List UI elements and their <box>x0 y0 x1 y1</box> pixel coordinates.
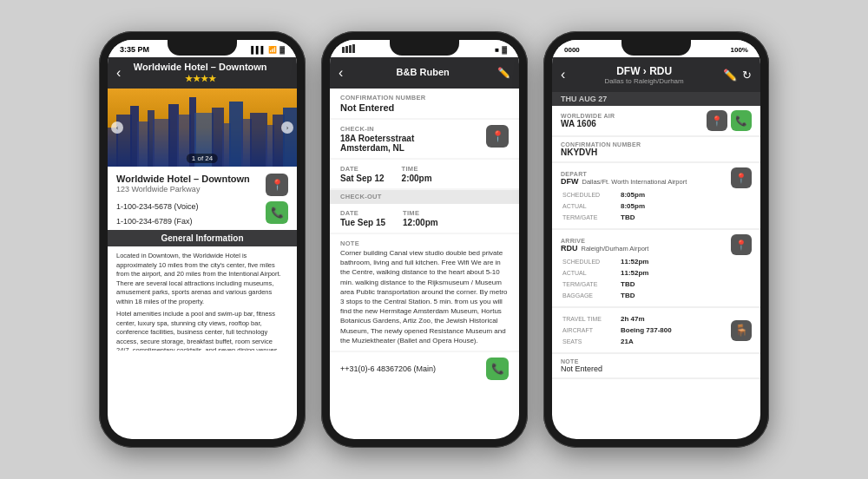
flight-content: THU AUG 27 WORLDWIDE AIR WA 1606 📍 📞 <box>552 92 760 379</box>
wifi-icon-2: ■ <box>495 46 499 54</box>
back-button-2[interactable]: ‹ <box>339 65 343 81</box>
back-button-1[interactable]: ‹ <box>116 65 121 81</box>
phone-bnb: 2:41 PM ■ ▓ ‹ B&B Ruben ✏️ CONFIRMATION … <box>321 31 528 448</box>
nav-title-2: B&B Ruben <box>348 67 497 78</box>
phone-flight: 0000 100% ‹ DFW › RDU Dallas to Raleigh/… <box>543 31 769 448</box>
flight-route: DFW › RDU <box>565 65 723 77</box>
checkout-datetime-section: DATE Tue Sep 15 TIME 12:00pm <box>330 204 519 233</box>
hotel-address: 123 Worldwide Parkway <box>116 185 250 194</box>
hotel-name: Worldwide Hotel – Downtown <box>116 174 250 184</box>
bnb-phone-row: ++31(0)-6 48367206 (Main) 📞 <box>330 352 519 385</box>
status-icons-3: 100% <box>731 46 748 54</box>
depart-details: SCHEDULED 8:05pm ACTUAL 8:05pm TERM/GATE… <box>561 188 752 224</box>
checkout-header: CHECK-OUT <box>330 190 519 204</box>
phone-notch-3 <box>621 40 691 56</box>
flight-note-section: NOTE Not Entered <box>552 354 760 377</box>
bnb-content: CONFIRMATION NUMBER Not Entered CHECK-IN… <box>330 89 519 385</box>
depart-section: DEPART DFW Dallas/Ft. Worth Internationa… <box>552 163 760 228</box>
hotel-voice-phone: 1-100-234-5678 (Voice) <box>116 201 199 213</box>
checkin-datetime-section: DATE Sat Sep 12 TIME 2:00pm <box>330 160 519 188</box>
hotel-description: Located in Downtown, the Worldwide Hotel… <box>108 246 297 351</box>
image-prev-button[interactable]: ‹ <box>111 121 123 134</box>
battery-pct: 100% <box>731 46 748 54</box>
checkin-section: CHECK-IN 18A Roetersstraat Amsterdam, NL… <box>330 120 519 158</box>
travel-icon-button[interactable]: 🪑 <box>731 320 752 341</box>
wifi-icon: 📶 <box>268 46 277 54</box>
svg-rect-19 <box>342 47 345 53</box>
svg-rect-13 <box>229 102 243 167</box>
hotel-image: ‹ › 1 of 24 <box>108 89 297 167</box>
svg-rect-15 <box>250 113 267 167</box>
nav-bar-2: ‹ B&B Ruben ✏️ <box>330 57 519 89</box>
status-icons-1: ▌▌▌ 📶 ▓ <box>251 46 285 54</box>
svg-rect-21 <box>349 45 352 53</box>
status-icons-2: ■ ▓ <box>495 46 507 54</box>
checkin-pin-button[interactable]: 📍 <box>486 125 509 148</box>
flight-date-bar: THU AUG 27 <box>552 92 760 106</box>
airline-pin-button[interactable]: 📍 <box>707 110 727 131</box>
edit-icon-2[interactable]: ✏️ <box>497 67 510 79</box>
edit-icon-3[interactable]: ✏️ <box>723 69 737 82</box>
nav-title-block: DFW › RDU Dallas to Raleigh/Durham <box>565 65 723 85</box>
arrive-pin-button[interactable]: 📍 <box>731 234 752 255</box>
nav-bar-3: ‹ DFW › RDU Dallas to Raleigh/Durham ✏️ … <box>552 57 760 92</box>
nav-actions-3: ✏️ ↻ <box>723 69 752 82</box>
checkin-city: Amsterdam, NL <box>340 143 414 153</box>
battery-icon: ▓ <box>279 46 285 54</box>
svg-rect-22 <box>352 44 355 53</box>
refresh-icon-3[interactable]: ↻ <box>742 69 752 82</box>
hotel-fax-phone: 1-100-234-6789 (Fax) <box>116 216 199 227</box>
signal-icon: ▌▌▌ <box>251 46 266 54</box>
phone-notch-2 <box>390 40 459 56</box>
battery-icon-2: ▓ <box>502 46 507 54</box>
hotel-phones-row: 1-100-234-5678 (Voice) 1-100-234-6789 (F… <box>116 198 288 226</box>
note-section: NOTE Corner building Canal view studio d… <box>330 234 519 351</box>
airline-section: WORLDWIDE AIR WA 1606 📍 📞 <box>552 106 760 135</box>
status-time-1: 3:35 PM <box>120 45 149 54</box>
call-button-1[interactable]: 📞 <box>266 201 288 224</box>
nav-bar-1: ‹ Worldwide Hotel – Downtown ★★★★ <box>108 57 297 89</box>
airline-call-button[interactable]: 📞 <box>731 110 752 131</box>
carrier-3: 0000 <box>564 46 580 54</box>
travel-details: TRAVEL TIME 2h 47m AIRCRAFT Boeing 737-8… <box>561 312 731 348</box>
image-next-button[interactable]: › <box>281 121 293 134</box>
travel-info-section: TRAVEL TIME 2h 47m AIRCRAFT Boeing 737-8… <box>552 308 760 352</box>
carrier-2 <box>342 44 368 55</box>
svg-rect-6 <box>153 119 170 167</box>
svg-rect-20 <box>345 46 348 53</box>
bnb-call-button[interactable]: 📞 <box>486 358 509 380</box>
nav-title-1: Worldwide Hotel – Downtown ★★★★ <box>126 62 274 83</box>
flight-confirmation-section: CONFIRMATION NUMBER NKYDVH <box>552 137 760 161</box>
bnb-phone-number: ++31(0)-6 48367206 (Main) <box>340 364 436 373</box>
confirmation-section: CONFIRMATION NUMBER Not Entered <box>330 89 519 118</box>
hotel-info-section: Worldwide Hotel – Downtown 123 Worldwide… <box>108 167 297 230</box>
phone-hotel: 3:35 PM ▌▌▌ 📶 ▓ ‹ Worldwide Hotel – Down… <box>99 31 306 448</box>
image-counter: 1 of 24 <box>187 154 218 163</box>
arrive-details: SCHEDULED 11:52pm ACTUAL 11:52pm TERM/GA… <box>561 255 752 302</box>
svg-rect-4 <box>137 121 149 167</box>
phone-notch <box>168 40 237 56</box>
nav-icons-2: ✏️ <box>497 67 510 79</box>
depart-pin-button[interactable]: 📍 <box>731 167 752 188</box>
pin-button[interactable]: 📍 <box>266 174 288 196</box>
arrive-section: ARRIVE RDU Raleigh/Durham Airport 📍 SCHE… <box>552 230 760 306</box>
airline-buttons: 📍 📞 <box>707 110 752 131</box>
section-header-general: General Information <box>108 230 297 246</box>
status-icons-left <box>342 44 358 53</box>
star-rating: ★★★★ <box>126 74 274 84</box>
svg-rect-18 <box>283 108 297 167</box>
flight-subroute: Dallas to Raleigh/Durham <box>565 77 723 85</box>
